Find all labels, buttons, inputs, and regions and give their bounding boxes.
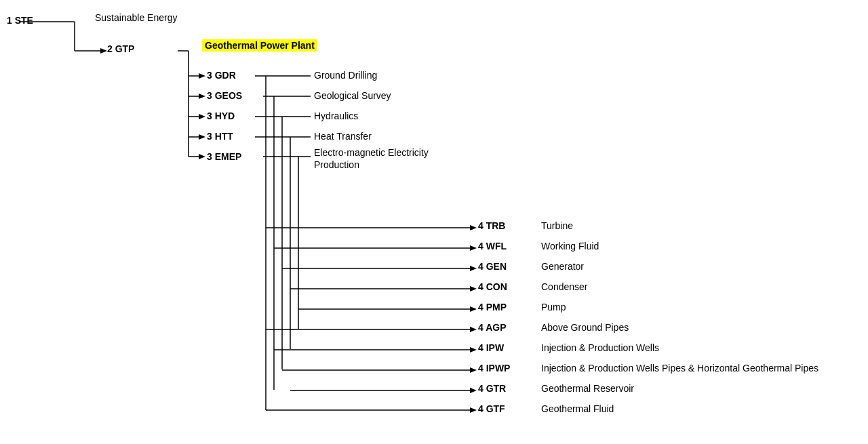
svg-marker-11: [199, 114, 205, 119]
svg-marker-34: [470, 245, 477, 251]
svg-marker-42: [470, 327, 477, 332]
htt-desc: Heat Transfer: [314, 131, 372, 142]
svg-marker-36: [470, 266, 477, 271]
connector-lines: [0, 0, 868, 444]
ipw-desc: Injection & Production Wells: [541, 342, 659, 353]
hyd-desc: Hydraulics: [314, 110, 358, 121]
gtp-desc: Geothermal Power Plant: [202, 39, 317, 52]
trb-code: 4 TRB: [478, 220, 505, 231]
gtf-desc: Geothermal Fluid: [541, 403, 614, 414]
svg-marker-38: [470, 286, 477, 291]
svg-marker-3: [100, 48, 107, 54]
ipwp-desc: Injection & Production Wells Pipes & Hor…: [541, 363, 818, 374]
ipw-code: 4 IPW: [478, 342, 504, 353]
gdr-code: 3 GDR: [207, 70, 236, 81]
gen-desc: Generator: [541, 261, 584, 272]
gtp-code: 2 GTP: [107, 43, 134, 54]
gdr-desc: Ground Drilling: [314, 70, 377, 81]
hyd-code: 3 HYD: [207, 110, 235, 121]
gtr-desc: Geothermal Reservoir: [541, 383, 634, 394]
ste-code: 1 STE: [7, 15, 33, 26]
svg-marker-32: [470, 225, 477, 230]
gtr-code: 4 GTR: [478, 383, 506, 394]
pmp-code: 4 PMP: [478, 302, 507, 312]
diagram: 1 STE Sustainable Energy 2 GTP Geotherma…: [0, 0, 868, 444]
emep-desc2: Production: [314, 159, 359, 170]
agp-code: 4 AGP: [478, 322, 507, 333]
htt-code: 3 HTT: [207, 131, 233, 142]
geos-code: 3 GEOS: [207, 90, 242, 101]
ipwp-code: 4 IPWP: [478, 363, 510, 374]
svg-marker-50: [470, 407, 477, 413]
wfl-desc: Working Fluid: [541, 241, 599, 251]
ste-desc: Sustainable Energy: [95, 12, 177, 23]
geos-desc: Geological Survey: [314, 90, 391, 101]
svg-marker-9: [199, 94, 205, 99]
pmp-desc: Pump: [541, 302, 566, 312]
svg-marker-44: [470, 347, 477, 352]
svg-marker-48: [470, 388, 477, 393]
gen-code: 4 GEN: [478, 261, 507, 272]
gtf-code: 4 GTF: [478, 403, 505, 414]
agp-desc: Above Ground Pipes: [541, 322, 629, 333]
svg-marker-13: [199, 134, 205, 140]
svg-marker-7: [199, 73, 205, 79]
svg-marker-15: [199, 154, 205, 159]
con-desc: Condenser: [541, 281, 588, 292]
emep-code: 3 EMEP: [207, 151, 241, 162]
trb-desc: Turbine: [541, 220, 573, 231]
emep-desc1: Electro-magnetic Electricity: [314, 147, 429, 158]
wfl-code: 4 WFL: [478, 241, 507, 251]
svg-marker-46: [470, 367, 477, 373]
con-code: 4 CON: [478, 281, 507, 292]
svg-marker-40: [470, 306, 477, 312]
